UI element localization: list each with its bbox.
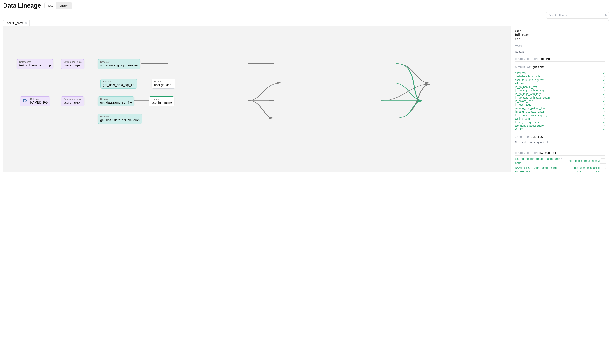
query-row: andy-test↗	[515, 71, 605, 75]
external-link-icon[interactable]: ↗	[603, 89, 605, 92]
datasource-path[interactable]: test_sql_source_group›users_large›name	[515, 157, 567, 165]
external-link-icon[interactable]: ↗	[603, 171, 605, 172]
column-name: name	[515, 161, 522, 165]
section-resolved-from-columns: RESOLVED FROM COLUMNS	[515, 57, 605, 62]
updown-icon: ⇅	[605, 14, 607, 17]
zoom-in-button[interactable]: +	[600, 158, 606, 164]
section-output-of-queries: OUTPUT OF QUERIES	[515, 66, 605, 70]
datasource-path[interactable]: NAMED_PG›users_large›name	[515, 171, 558, 172]
external-link-icon[interactable]: ↗	[603, 107, 605, 110]
query-link[interactable]: jh_go_tags_with_tags_again	[515, 96, 550, 99]
external-link-icon[interactable]: ↗	[603, 86, 605, 89]
add-tab-button[interactable]: +	[29, 20, 36, 26]
query-link[interactable]: WHAT	[515, 128, 523, 131]
section-tags: TAGS	[515, 45, 605, 49]
node-kicker: Resolver	[103, 80, 135, 83]
datasource-row: NAMED_PG›users_large›nameget_dataframe_s…	[515, 171, 605, 172]
query-link[interactable]: jinhang_test_python_tags	[515, 106, 546, 110]
node-feature-user-gender[interactable]: Feature user.gender	[152, 79, 175, 89]
datasource-path[interactable]: NAMED_PG›users_large›name	[515, 166, 558, 169]
query-link[interactable]: efficient	[515, 82, 524, 85]
query-row: too many outputs query↗	[515, 124, 605, 128]
node-resolver-sql-source-group[interactable]: Resolver sql_source_group_resolver	[98, 59, 140, 69]
external-link-icon[interactable]: ↗	[603, 100, 605, 103]
node-resolver-get-dataframe-sql-file[interactable]: Resolver get_dataframe_sql_file	[98, 96, 135, 106]
node-label: get_dataframe_sql_file	[100, 101, 132, 104]
postgres-icon	[22, 98, 28, 104]
query-link[interactable]: too many outputs query	[515, 124, 544, 127]
query-link[interactable]: jh_go_tags_without_tags	[515, 89, 545, 92]
query-link[interactable]: jh_go_tags_with_tags	[515, 92, 541, 96]
external-link-icon[interactable]: ↗	[603, 75, 605, 78]
node-resolver-get-user-data-sql-file[interactable]: Resolver get_user_data_sql_file	[100, 79, 137, 89]
close-icon[interactable]: ✕	[25, 22, 27, 25]
tab-label: user.full_name	[6, 22, 24, 25]
detail-sidebar: user. full_name str TAGS No tags RESOLVE…	[511, 26, 609, 172]
query-row: test_feature_values_query↗	[515, 113, 605, 117]
view-graph-button[interactable]: Graph	[56, 2, 72, 9]
path-segment: users_large	[533, 171, 548, 172]
datasource-resolver[interactable]: sql_source_group_resolver↗	[569, 159, 605, 162]
query-link[interactable]: test_feature_values_query	[515, 114, 547, 117]
query-link[interactable]: jinhang_test_tags_again	[515, 110, 545, 113]
query-row: chalk-ts-multi-query-test↗	[515, 78, 605, 82]
query-link[interactable]: jh_go_nobulk_test	[515, 85, 537, 89]
view-list-button[interactable]: List	[45, 2, 56, 9]
node-label: get_user_data_sql_file_cron	[100, 118, 139, 122]
query-link[interactable]: jh_polars_read	[515, 100, 533, 103]
chevron-right-icon: ›	[549, 166, 550, 169]
path-segment: users_large	[533, 166, 548, 169]
column-name: name	[551, 171, 558, 172]
query-row: jh_go_tags_with_tags_again↗	[515, 96, 605, 99]
query-link[interactable]: chalk-ts-multi-query-test	[515, 78, 544, 81]
node-label: NAMED_PG	[30, 101, 48, 104]
tab-user-full-name[interactable]: user.full_name ✕	[3, 20, 29, 26]
page-title: Data Lineage	[3, 2, 41, 9]
query-link[interactable]: andy-test	[515, 71, 526, 75]
external-link-icon[interactable]: ↗	[603, 82, 605, 85]
external-link-icon[interactable]: ↗	[603, 78, 605, 81]
external-link-icon[interactable]: ↗	[603, 110, 605, 113]
input-queries-empty: Not used as a query output	[515, 141, 605, 144]
query-row: jh_go_nobulk_test↗	[515, 85, 605, 89]
feature-select[interactable]: Select a Feature ⇅	[546, 12, 609, 19]
datasource-row: test_sql_source_group›users_large›namesq…	[515, 157, 605, 165]
resolver-name: sql_source_group_resolver	[569, 159, 602, 162]
query-link[interactable]: testing_query_name	[515, 121, 540, 124]
external-link-icon[interactable]: ↗	[603, 96, 605, 99]
node-kicker: Datasource Table	[63, 98, 82, 101]
external-link-icon[interactable]: ↗	[603, 117, 605, 120]
node-table-users-large-1[interactable]: Datasource Table users_large	[61, 59, 84, 69]
external-link-icon[interactable]: ↗	[603, 114, 605, 117]
node-resolver-get-user-data-sql-file-cron[interactable]: Resolver get_user_data_sql_file_cron	[98, 114, 142, 124]
query-row: jh_test_taggg↗	[515, 103, 605, 106]
zoom-out-button[interactable]: −	[600, 164, 606, 169]
query-row: WHAT↗	[515, 128, 605, 131]
external-link-icon[interactable]: ↗	[603, 93, 605, 96]
external-link-icon[interactable]: ↗	[603, 103, 605, 106]
query-row: jh_polars_read↗	[515, 99, 605, 103]
external-link-icon[interactable]: ↗	[603, 121, 605, 124]
node-kicker: Resolver	[100, 61, 138, 63]
feature-name: full_name	[515, 33, 605, 37]
external-link-icon[interactable]: ↗	[603, 72, 605, 75]
external-link-icon[interactable]: ↗	[603, 128, 605, 131]
chevron-right-icon: ›	[544, 157, 545, 160]
node-label: users_large	[63, 101, 82, 104]
node-table-users-large-2[interactable]: Datasource Table users_large	[61, 96, 84, 106]
node-feature-user-full-name[interactable]: Feature user.full_name	[149, 96, 174, 106]
node-kicker: Datasource	[30, 98, 48, 101]
query-row: testing_apm↗	[515, 117, 605, 120]
query-link[interactable]: chalk-benchmark-file	[515, 75, 540, 78]
node-datasource-test-sql-source-group[interactable]: Datasource test_sql_source_group	[17, 59, 54, 69]
resolver-name: get_user_data_sql_file	[574, 166, 602, 169]
section-resolved-from-datasources: RESOLVED FROM DATASOURCES	[515, 152, 605, 156]
external-link-icon[interactable]: ↗	[603, 124, 605, 127]
query-link[interactable]: jh_test_taggg	[515, 103, 531, 106]
node-datasource-named-pg[interactable]: Datasource NAMED_PG	[20, 96, 50, 106]
datasource-resolver[interactable]: get_dataframe_sql_file↗	[574, 171, 605, 172]
lineage-canvas[interactable]: Datasource test_sql_source_group Datasou…	[3, 26, 511, 172]
column-name: name	[551, 166, 558, 169]
query-link[interactable]: testing_apm	[515, 117, 530, 120]
feature-type: str	[515, 37, 605, 40]
